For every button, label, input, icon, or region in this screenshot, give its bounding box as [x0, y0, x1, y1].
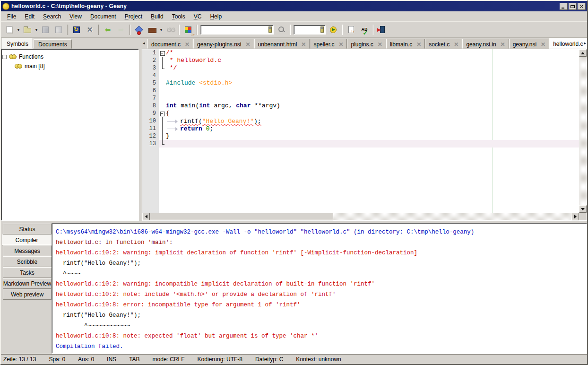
line-number[interactable]: 12 — [142, 132, 159, 140]
menu-build[interactable]: Build — [147, 12, 168, 21]
editor-vertical-scrollbar[interactable] — [579, 49, 587, 213]
line-number[interactable]: 11 — [142, 125, 159, 132]
tab-scroll-left-icon[interactable]: ◂ — [143, 41, 145, 45]
line-number[interactable]: 2 — [142, 57, 159, 64]
line-number[interactable]: 5 — [142, 79, 159, 87]
scroll-left-button[interactable] — [142, 213, 150, 220]
code-token: argc, — [210, 102, 236, 109]
panel-tab-messages[interactable]: Messages — [3, 245, 52, 256]
tree-row-functions[interactable]: Functions — [2, 52, 138, 61]
goto-line-entry[interactable] — [294, 25, 326, 35]
quit-button[interactable] — [376, 24, 389, 36]
goto-line-input[interactable] — [295, 26, 320, 33]
editor-tab-plugins.c[interactable]: plugins.c✕ — [347, 39, 386, 49]
menu-help[interactable]: Help — [206, 12, 226, 21]
tab-close-icon[interactable]: ✕ — [501, 42, 505, 47]
vscroll-track[interactable] — [579, 57, 587, 205]
new-file-button[interactable] — [3, 24, 16, 36]
search-input[interactable] — [202, 26, 268, 33]
symbols-tree[interactable]: Functions main [8] — [1, 49, 139, 221]
editor-tab-geany-plugins.nsi[interactable]: geany-plugins.nsi✕ — [193, 39, 254, 49]
editor-tab-libmain.c[interactable]: libmain.c✕ — [386, 39, 425, 49]
tree-expander-icon[interactable] — [2, 55, 7, 59]
tab-close-icon[interactable]: ✕ — [541, 42, 545, 47]
build-button[interactable] — [146, 24, 158, 36]
status-field: Dateityp: C — [255, 356, 283, 363]
clear-search-icon[interactable] — [268, 26, 272, 33]
editor-tab-helloworld.c[interactable]: helloworld.c✕ — [549, 38, 587, 49]
menu-vc[interactable]: VC — [190, 12, 206, 21]
open-file-button[interactable] — [21, 24, 34, 36]
compiler-output[interactable]: C:\msys64\mingw32\bin\i686-w64-mingw32-g… — [52, 223, 587, 354]
open-file-dropdown[interactable]: ▾ — [34, 24, 39, 36]
menu-search[interactable]: Search — [39, 12, 65, 21]
close-button[interactable] — [578, 3, 586, 10]
tab-close-icon[interactable]: ✕ — [246, 42, 251, 47]
line-number[interactable]: 3 — [142, 64, 159, 72]
find-button[interactable] — [275, 24, 287, 36]
sidebar-tab-documents[interactable]: Documents — [34, 39, 72, 49]
sidebar-tab-symbols[interactable]: Symbols — [2, 38, 33, 49]
tab-close-icon[interactable]: ✕ — [301, 42, 306, 47]
line-number[interactable]: 7 — [142, 95, 159, 102]
line-number[interactable]: 13 — [142, 140, 159, 148]
panel-tab-status[interactable]: Status — [3, 224, 52, 235]
titlebar[interactable]: helloworld.c - C:\tmp\hello-geany - Gean… — [1, 1, 587, 11]
panel-tab-scribble[interactable]: Scribble — [3, 256, 52, 267]
editor-tab-geany.nsi.in[interactable]: geany.nsi.in✕ — [462, 39, 509, 49]
menu-tools[interactable]: Tools — [168, 12, 190, 21]
panel-tab-tasks[interactable]: Tasks — [3, 267, 52, 278]
hscroll-thumb[interactable] — [150, 213, 333, 220]
scroll-up-button[interactable] — [579, 49, 587, 57]
tab-close-icon[interactable]: ✕ — [185, 42, 190, 47]
editor-tab-speller.c[interactable]: speller.c✕ — [310, 39, 347, 49]
clear-goto-icon[interactable] — [320, 26, 324, 33]
build-dropdown[interactable]: ▾ — [159, 24, 164, 36]
line-number[interactable]: 8 — [142, 102, 159, 110]
revert-button[interactable] — [70, 24, 83, 36]
editor-tab-geany.nsi[interactable]: geany.nsi✕ — [509, 39, 550, 49]
line-number[interactable]: 6 — [142, 87, 159, 95]
scroll-right-button[interactable] — [571, 213, 579, 220]
fold-marker-icon — [159, 140, 166, 148]
compile-button[interactable] — [133, 24, 145, 36]
line-number[interactable]: 4 — [142, 72, 159, 79]
tab-close-icon[interactable]: ✕ — [416, 42, 421, 47]
panel-tab-markdown-preview[interactable]: Markdown Preview — [3, 278, 52, 289]
new-file-dropdown[interactable]: ▾ — [16, 24, 21, 36]
editor-horizontal-scrollbar[interactable] — [142, 213, 579, 220]
hscroll-track[interactable] — [333, 213, 571, 220]
editor-tab-socket.c[interactable]: socket.c✕ — [425, 39, 462, 49]
navigate-back-button[interactable]: ⬅ — [102, 24, 114, 36]
menu-edit[interactable]: Edit — [20, 12, 39, 21]
minimize-button[interactable] — [560, 3, 568, 10]
editor-tab-document.c[interactable]: document.c✕ — [147, 39, 193, 49]
goto-line-button[interactable] — [327, 24, 339, 36]
fold-marker-icon[interactable] — [159, 110, 166, 117]
menu-project[interactable]: Project — [121, 12, 147, 21]
spell-check-button[interactable]: AB — [358, 24, 371, 36]
scroll-down-button[interactable] — [579, 205, 587, 213]
line-number[interactable]: 1 — [142, 49, 159, 57]
tab-close-icon[interactable]: ✕ — [454, 42, 458, 47]
search-entry[interactable] — [200, 25, 274, 35]
menu-view[interactable]: View — [65, 12, 86, 21]
menu-file[interactable]: File — [3, 12, 20, 21]
panel-tab-web-preview[interactable]: Web preview — [3, 289, 52, 300]
code-line-10: 10rintf("Hello Geany!"); — [142, 117, 579, 125]
tab-close-icon[interactable]: ✕ — [338, 42, 343, 47]
line-number[interactable]: 10 — [142, 117, 159, 125]
document-button[interactable] — [345, 24, 357, 36]
tab-close-icon[interactable]: ✕ — [378, 42, 382, 47]
maximize-button[interactable] — [569, 3, 577, 10]
menu-document[interactable]: Document — [86, 12, 121, 21]
color-chooser-button[interactable] — [182, 24, 194, 36]
panel-tab-compiler[interactable]: Compiler — [2, 235, 52, 245]
close-document-button[interactable]: ✕ — [84, 24, 96, 36]
editor-tab-unbenannt.html[interactable]: unbenannt.html✕ — [254, 39, 310, 49]
editor-text-area[interactable]: 1/*2 * helloworld.c3 */45#include <stdio… — [142, 49, 579, 213]
line-number[interactable]: 9 — [142, 110, 159, 117]
tree-row-main[interactable]: main [8] — [2, 61, 138, 71]
fold-marker-icon[interactable] — [159, 49, 166, 57]
tab-scroll-right-icon[interactable]: ▸ — [584, 41, 586, 45]
